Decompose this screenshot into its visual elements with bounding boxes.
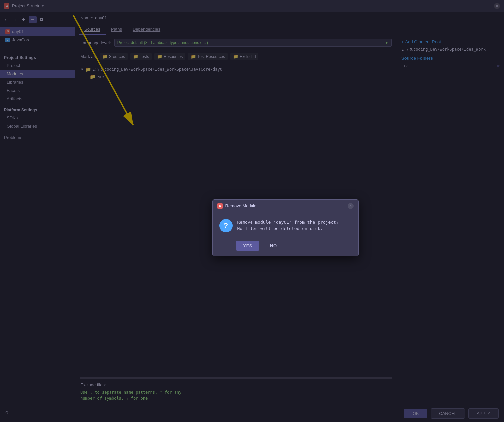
dialog-close-button[interactable]: × [348,203,354,209]
dialog-titlebar: ⚙ Remove Module × [213,200,358,212]
dialog-yes-button[interactable]: YES [236,241,260,251]
dialog-body: ? Remove module 'day01' from the project… [213,212,358,238]
dialog-message-line2: No files will be deleted on disk. [237,225,339,232]
question-icon: ? [219,219,233,232]
dialog-message-line1: Remove module 'day01' from the project? [237,219,339,226]
dialog-title: Remove Module [225,203,345,208]
dialog-buttons: YES NO [213,238,358,256]
dialog-message: Remove module 'day01' from the project? … [237,219,339,232]
dialog-overlay: ⚙ Remove Module × ? Remove module 'day01… [0,0,504,422]
dialog-title-icon: ⚙ [217,203,223,209]
remove-module-dialog: ⚙ Remove Module × ? Remove module 'day01… [212,199,359,256]
dialog-no-button[interactable]: NO [263,241,284,251]
